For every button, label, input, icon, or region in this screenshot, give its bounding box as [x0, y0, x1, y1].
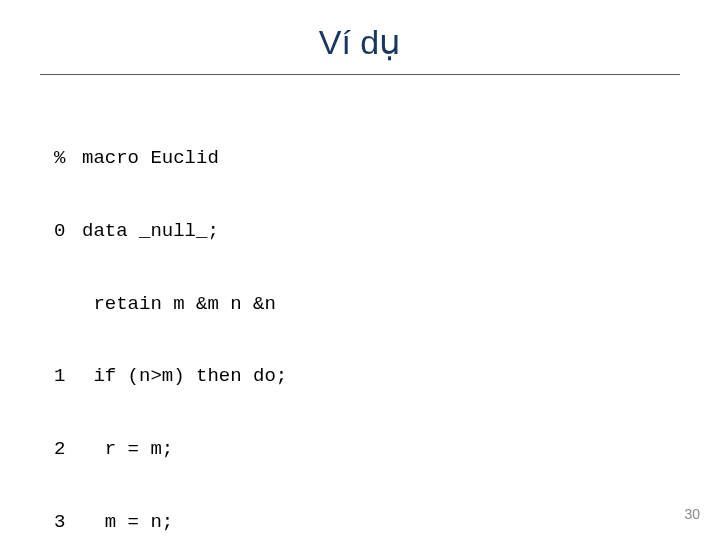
code-text: r = m; [82, 437, 173, 461]
code-text: retain m &m n &n [82, 292, 276, 316]
code-line: 1 if (n>m) then do; [54, 364, 720, 388]
line-number: 2 [54, 437, 82, 461]
code-text: m = n; [82, 510, 173, 534]
line-number: 1 [54, 364, 82, 388]
code-text: data _null_; [82, 219, 219, 243]
code-line: 3 m = n; [54, 510, 720, 534]
code-line: retain m &m n &n [54, 292, 720, 316]
code-line: %macro Euclid [54, 146, 720, 170]
line-number [54, 292, 82, 316]
code-text: if (n>m) then do; [82, 364, 287, 388]
slide: Ví dụ %macro Euclid 0data _null_; retain… [0, 0, 720, 540]
code-block: %macro Euclid 0data _null_; retain m &m … [0, 75, 720, 540]
line-number: % [54, 146, 82, 170]
line-number: 3 [54, 510, 82, 534]
code-text: macro Euclid [82, 146, 219, 170]
page-number: 30 [684, 506, 700, 522]
code-line: 0data _null_; [54, 219, 720, 243]
line-number: 0 [54, 219, 82, 243]
slide-title: Ví dụ [0, 0, 720, 74]
code-line: 2 r = m; [54, 437, 720, 461]
